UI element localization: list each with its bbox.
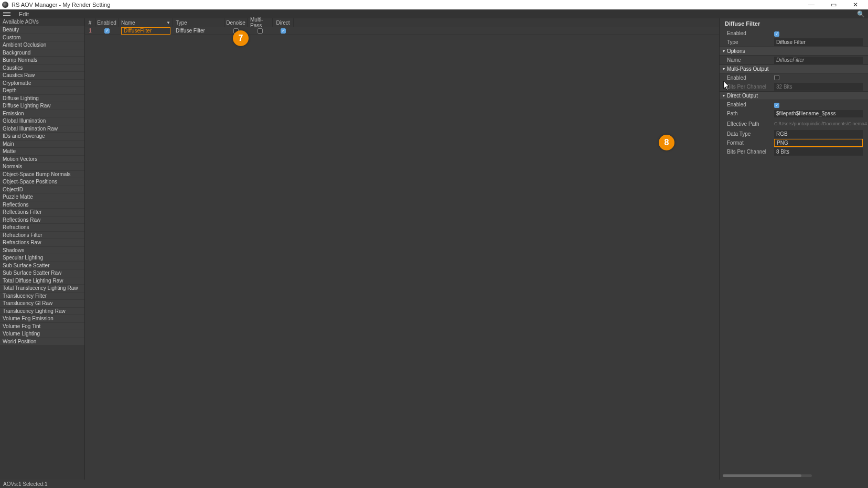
chevron-down-icon: ▾ — [723, 67, 725, 71]
available-aovs-header: Available AOVs — [0, 18, 84, 26]
aov-item[interactable]: Diffuse Lighting — [0, 95, 84, 103]
annotation-badge-8: 8 — [659, 135, 674, 150]
close-button[interactable]: ✕ — [849, 1, 862, 8]
titlebar: RS AOV Manager - My Render Setting — ▭ ✕ — [0, 0, 868, 9]
section-direct[interactable]: ▾Direct Output — [720, 91, 868, 100]
do-format-dropdown[interactable]: PNG — [774, 139, 863, 147]
aov-item[interactable]: Emission — [0, 110, 84, 118]
aov-item[interactable]: Normals — [0, 163, 84, 171]
do-path-label: Path — [720, 111, 774, 116]
aov-item[interactable]: Cryptomatte — [0, 80, 84, 88]
chevron-down-icon: ▾ — [723, 49, 725, 53]
table-row[interactable]: 1 DiffuseFilter Diffuse Filter — [85, 27, 719, 35]
col-type[interactable]: Type — [173, 18, 224, 27]
aov-item[interactable]: Specular Lighting — [0, 254, 84, 262]
aov-item[interactable]: Sub Surface Scatter Raw — [0, 269, 84, 277]
aov-item[interactable]: Main — [0, 140, 84, 148]
aov-item[interactable]: Refractions — [0, 224, 84, 232]
menu-edit[interactable]: Edit — [16, 11, 32, 17]
chevron-down-icon: ▾ — [723, 93, 725, 98]
section-options[interactable]: ▾Options — [720, 47, 868, 56]
aov-table-panel: # Enabled Name▼ Type Denoise Multi-Pass … — [85, 18, 719, 480]
aov-item[interactable]: Total Diffuse Lighting Raw — [0, 277, 84, 285]
row-type: Diffuse Filter — [173, 27, 224, 35]
do-bpc-dropdown[interactable]: 8 Bits — [774, 148, 863, 156]
aov-item[interactable]: Object-Space Positions — [0, 178, 84, 186]
prop-enabled-checkbox[interactable] — [774, 31, 779, 37]
aov-list: BeautyCustomAmbient OcclusionBackgroundB… — [0, 26, 84, 345]
col-multipass[interactable]: Multi-Pass — [248, 18, 273, 27]
aov-item[interactable]: Translucency Lighting Raw — [0, 308, 84, 316]
aov-item[interactable]: Volume Fog Emission — [0, 315, 84, 323]
horizontal-scrollbar[interactable] — [723, 474, 812, 477]
aov-item[interactable]: Translucency GI Raw — [0, 300, 84, 308]
prop-name-input[interactable]: DiffuseFilter — [774, 57, 863, 64]
row-index: 1 — [85, 27, 95, 35]
window-title: RS AOV Manager - My Render Setting — [12, 2, 805, 8]
aov-item[interactable]: Motion Vectors — [0, 156, 84, 164]
row-name-cell: DiffuseFilter — [119, 27, 173, 35]
aov-item[interactable]: IDs and Coverage — [0, 133, 84, 140]
status-bar: AOVs:1 Selected:1 — [0, 480, 868, 488]
section-multipass[interactable]: ▾Multi-Pass Output — [720, 64, 868, 73]
window-controls: — ▭ ✕ — [805, 1, 866, 8]
aov-item[interactable]: World Position — [0, 338, 84, 346]
aov-item[interactable]: Global Illumination — [0, 117, 84, 125]
col-name[interactable]: Name▼ — [119, 18, 173, 27]
aov-item[interactable]: Matte — [0, 148, 84, 156]
aov-item[interactable]: Sub Surface Scatter — [0, 262, 84, 270]
aov-item[interactable]: Global Illumination Raw — [0, 125, 84, 133]
aov-item[interactable]: Refractions Raw — [0, 239, 84, 247]
menubar: Edit 🔍 — [0, 9, 868, 18]
do-effpath-label: Effective Path — [720, 121, 774, 127]
row-multipass-checkbox[interactable] — [258, 28, 263, 34]
properties-panel: Diffuse Filter Enabled Type Diffuse Filt… — [719, 18, 868, 480]
col-direct[interactable]: Direct — [273, 18, 294, 27]
aov-item[interactable]: Caustics — [0, 64, 84, 72]
app-icon — [2, 2, 8, 8]
search-icon[interactable]: 🔍 — [857, 10, 865, 18]
do-enabled-checkbox[interactable] — [774, 103, 779, 108]
col-enabled[interactable]: Enabled — [95, 18, 119, 27]
aov-item[interactable]: Beauty — [0, 26, 84, 34]
aov-item[interactable]: Ambient Occlusion — [0, 41, 84, 49]
section-multipass-label: Multi-Pass Output — [727, 66, 768, 72]
aov-item[interactable]: Reflections — [0, 201, 84, 209]
sort-indicator-icon: ▼ — [166, 20, 170, 25]
aov-item[interactable]: Volume Fog Tint — [0, 323, 84, 331]
hamburger-icon[interactable] — [3, 12, 10, 16]
col-denoise[interactable]: Denoise — [224, 18, 248, 27]
aov-item[interactable]: Refractions Filter — [0, 232, 84, 240]
mp-enabled-label: Enabled — [720, 75, 774, 81]
do-datatype-dropdown[interactable]: RGB — [774, 130, 863, 138]
aov-item[interactable]: Translucency Filter — [0, 292, 84, 300]
aov-item[interactable]: Diffuse Lighting Raw — [0, 102, 84, 110]
aov-item[interactable]: Reflections Raw — [0, 216, 84, 224]
aov-item[interactable]: Object-Space Bump Normals — [0, 171, 84, 179]
aov-item[interactable]: Shadows — [0, 247, 84, 255]
aov-item[interactable]: Bump Normals — [0, 57, 84, 64]
aov-item[interactable]: Background — [0, 49, 84, 57]
prop-name-label: Name — [720, 57, 774, 63]
aov-item[interactable]: Volume Lighting — [0, 330, 84, 338]
col-num[interactable]: # — [85, 18, 95, 27]
aov-item[interactable]: Caustics Raw — [0, 72, 84, 80]
aov-item[interactable]: Puzzle Matte — [0, 193, 84, 201]
aov-item[interactable]: Reflections Filter — [0, 209, 84, 216]
scrollbar-thumb[interactable] — [723, 474, 801, 477]
aov-item[interactable]: ObjectID — [0, 186, 84, 194]
minimize-button[interactable]: — — [805, 1, 818, 8]
maximize-button[interactable]: ▭ — [827, 1, 840, 8]
do-datatype-label: Data Type — [720, 131, 774, 137]
mp-enabled-checkbox[interactable] — [774, 75, 779, 80]
do-path-input[interactable]: $filepath$filename_$pass — [774, 110, 863, 117]
prop-type-dropdown[interactable]: Diffuse Filter — [774, 38, 863, 46]
mp-bpc-label: Bits Per Channel — [720, 84, 774, 90]
row-direct-checkbox[interactable] — [281, 28, 286, 34]
aov-item[interactable]: Custom — [0, 34, 84, 42]
aov-item[interactable]: Depth — [0, 87, 84, 95]
table-header: # Enabled Name▼ Type Denoise Multi-Pass … — [85, 18, 719, 27]
row-name-input[interactable]: DiffuseFilter — [121, 27, 170, 35]
aov-item[interactable]: Total Translucency Lighting Raw — [0, 285, 84, 292]
row-enabled-checkbox[interactable] — [104, 28, 110, 34]
